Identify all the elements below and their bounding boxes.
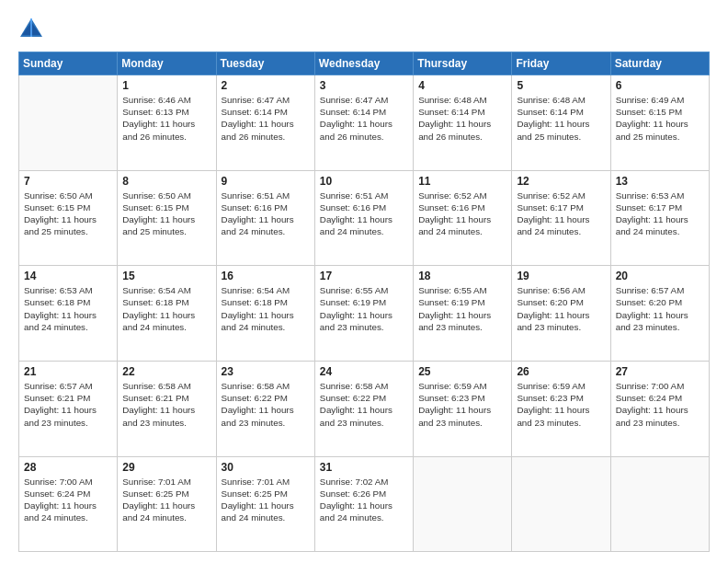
calendar-cell: 21Sunrise: 6:57 AM Sunset: 6:21 PM Dayli… [19,361,118,456]
page: SundayMondayTuesdayWednesdayThursdayFrid… [0,0,728,563]
cell-info: Sunrise: 6:54 AM Sunset: 6:18 PM Dayligh… [222,284,310,333]
calendar-cell: 18Sunrise: 6:55 AM Sunset: 6:19 PM Dayli… [414,266,512,362]
calendar-cell: 4Sunrise: 6:48 AM Sunset: 6:14 PM Daylig… [414,75,512,171]
cell-info: Sunrise: 6:54 AM Sunset: 6:18 PM Dayligh… [122,284,210,333]
cell-info: Sunrise: 6:58 AM Sunset: 6:21 PM Dayligh… [122,380,210,429]
calendar-cell: 27Sunrise: 7:00 AM Sunset: 6:24 PM Dayli… [610,361,709,456]
cell-info: Sunrise: 6:47 AM Sunset: 6:14 PM Dayligh… [320,94,408,143]
cell-info: Sunrise: 6:51 AM Sunset: 6:16 PM Dayligh… [320,190,408,238]
calendar-cell [19,75,118,171]
cell-info: Sunrise: 6:57 AM Sunset: 6:20 PM Dayligh… [616,284,704,333]
logo-icon [18,17,44,42]
day-number: 20 [616,270,704,282]
day-number: 6 [616,79,704,92]
cell-info: Sunrise: 6:46 AM Sunset: 6:13 PM Dayligh… [122,94,210,143]
day-number: 4 [418,79,506,92]
cell-info: Sunrise: 6:53 AM Sunset: 6:18 PM Dayligh… [24,284,112,333]
calendar-week-row: 28Sunrise: 7:00 AM Sunset: 6:24 PM Dayli… [19,456,710,552]
calendar-cell [512,456,610,552]
calendar-cell: 13Sunrise: 6:53 AM Sunset: 6:17 PM Dayli… [610,170,709,266]
calendar-cell: 16Sunrise: 6:54 AM Sunset: 6:18 PM Dayli… [216,266,314,362]
day-number: 21 [24,365,112,378]
calendar-cell: 5Sunrise: 6:48 AM Sunset: 6:14 PM Daylig… [512,75,610,171]
weekday-header-row: SundayMondayTuesdayWednesdayThursdayFrid… [19,52,710,75]
cell-info: Sunrise: 6:48 AM Sunset: 6:14 PM Dayligh… [517,94,605,143]
cell-info: Sunrise: 6:59 AM Sunset: 6:23 PM Dayligh… [418,380,506,429]
day-number: 15 [122,270,210,282]
calendar-cell: 25Sunrise: 6:59 AM Sunset: 6:23 PM Dayli… [414,361,512,456]
weekday-header: Tuesday [216,52,314,75]
day-number: 7 [24,175,112,188]
calendar-cell: 28Sunrise: 7:00 AM Sunset: 6:24 PM Dayli… [19,456,118,552]
calendar-cell: 2Sunrise: 6:47 AM Sunset: 6:14 PM Daylig… [216,75,314,171]
calendar-cell: 17Sunrise: 6:55 AM Sunset: 6:19 PM Dayli… [314,266,413,362]
calendar-cell: 1Sunrise: 6:46 AM Sunset: 6:13 PM Daylig… [118,75,216,171]
calendar-cell: 8Sunrise: 6:50 AM Sunset: 6:15 PM Daylig… [118,170,216,266]
cell-info: Sunrise: 6:57 AM Sunset: 6:21 PM Dayligh… [24,380,112,429]
cell-info: Sunrise: 6:49 AM Sunset: 6:15 PM Dayligh… [616,94,704,143]
weekday-header: Sunday [19,52,118,75]
day-number: 9 [222,175,310,188]
cell-info: Sunrise: 7:00 AM Sunset: 6:24 PM Dayligh… [24,476,112,524]
cell-info: Sunrise: 7:00 AM Sunset: 6:24 PM Dayligh… [616,380,704,429]
calendar-cell: 29Sunrise: 7:01 AM Sunset: 6:25 PM Dayli… [118,456,216,552]
day-number: 12 [517,175,605,188]
calendar-cell: 26Sunrise: 6:59 AM Sunset: 6:23 PM Dayli… [512,361,610,456]
calendar-cell: 22Sunrise: 6:58 AM Sunset: 6:21 PM Dayli… [118,361,216,456]
day-number: 25 [418,365,506,378]
weekday-header: Saturday [610,52,709,75]
calendar-cell: 7Sunrise: 6:50 AM Sunset: 6:15 PM Daylig… [19,170,118,266]
day-number: 13 [616,175,704,188]
day-number: 1 [122,79,210,92]
day-number: 18 [418,270,506,282]
cell-info: Sunrise: 6:50 AM Sunset: 6:15 PM Dayligh… [122,190,210,238]
calendar-cell: 15Sunrise: 6:54 AM Sunset: 6:18 PM Dayli… [118,266,216,362]
weekday-header: Wednesday [314,52,413,75]
cell-info: Sunrise: 6:59 AM Sunset: 6:23 PM Dayligh… [517,380,605,429]
calendar-cell [414,456,512,552]
calendar-cell: 14Sunrise: 6:53 AM Sunset: 6:18 PM Dayli… [19,266,118,362]
calendar-cell: 24Sunrise: 6:58 AM Sunset: 6:22 PM Dayli… [314,361,413,456]
day-number: 22 [122,365,210,378]
day-number: 5 [517,79,605,92]
day-number: 27 [616,365,704,378]
calendar-week-row: 7Sunrise: 6:50 AM Sunset: 6:15 PM Daylig… [19,170,710,266]
calendar-week-row: 21Sunrise: 6:57 AM Sunset: 6:21 PM Dayli… [19,361,710,456]
cell-info: Sunrise: 6:48 AM Sunset: 6:14 PM Dayligh… [418,94,506,143]
calendar-cell: 20Sunrise: 6:57 AM Sunset: 6:20 PM Dayli… [610,266,709,362]
day-number: 3 [320,79,408,92]
calendar-week-row: 14Sunrise: 6:53 AM Sunset: 6:18 PM Dayli… [19,266,710,362]
logo [18,17,48,42]
day-number: 24 [320,365,408,378]
calendar-cell: 11Sunrise: 6:52 AM Sunset: 6:16 PM Dayli… [414,170,512,266]
cell-info: Sunrise: 7:01 AM Sunset: 6:25 PM Dayligh… [122,476,210,524]
day-number: 2 [222,79,310,92]
calendar-week-row: 1Sunrise: 6:46 AM Sunset: 6:13 PM Daylig… [19,75,710,171]
cell-info: Sunrise: 6:58 AM Sunset: 6:22 PM Dayligh… [320,380,408,429]
day-number: 17 [320,270,408,282]
cell-info: Sunrise: 6:50 AM Sunset: 6:15 PM Dayligh… [24,190,112,238]
day-number: 26 [517,365,605,378]
cell-info: Sunrise: 6:52 AM Sunset: 6:16 PM Dayligh… [418,190,506,238]
weekday-header: Monday [118,52,216,75]
day-number: 28 [24,461,112,474]
cell-info: Sunrise: 6:51 AM Sunset: 6:16 PM Dayligh… [222,190,310,238]
calendar-cell: 23Sunrise: 6:58 AM Sunset: 6:22 PM Dayli… [216,361,314,456]
calendar-cell: 30Sunrise: 7:01 AM Sunset: 6:25 PM Dayli… [216,456,314,552]
day-number: 23 [222,365,310,378]
day-number: 14 [24,270,112,282]
day-number: 19 [517,270,605,282]
calendar-cell: 12Sunrise: 6:52 AM Sunset: 6:17 PM Dayli… [512,170,610,266]
header [18,17,710,42]
day-number: 10 [320,175,408,188]
calendar-cell: 10Sunrise: 6:51 AM Sunset: 6:16 PM Dayli… [314,170,413,266]
calendar-cell: 19Sunrise: 6:56 AM Sunset: 6:20 PM Dayli… [512,266,610,362]
cell-info: Sunrise: 6:55 AM Sunset: 6:19 PM Dayligh… [320,284,408,333]
cell-info: Sunrise: 6:58 AM Sunset: 6:22 PM Dayligh… [222,380,310,429]
cell-info: Sunrise: 6:56 AM Sunset: 6:20 PM Dayligh… [517,284,605,333]
day-number: 11 [418,175,506,188]
day-number: 30 [222,461,310,474]
cell-info: Sunrise: 6:47 AM Sunset: 6:14 PM Dayligh… [222,94,310,143]
calendar-cell: 31Sunrise: 7:02 AM Sunset: 6:26 PM Dayli… [314,456,413,552]
weekday-header: Thursday [414,52,512,75]
